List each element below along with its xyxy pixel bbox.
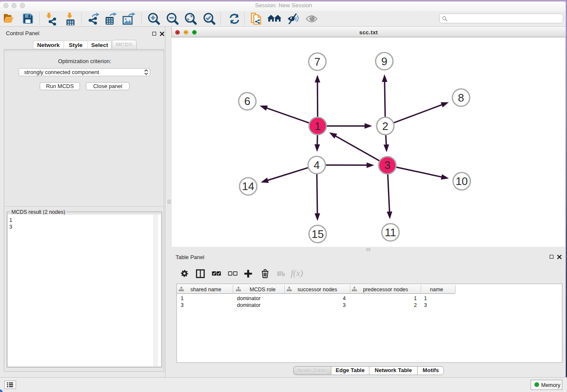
svg-text:1: 1 xyxy=(315,120,321,133)
svg-text:10: 10 xyxy=(456,175,468,188)
svg-text:11: 11 xyxy=(385,226,396,239)
svg-text:8: 8 xyxy=(458,91,464,104)
svg-text:6: 6 xyxy=(244,95,250,108)
svg-text:4: 4 xyxy=(314,159,319,171)
svg-text:15: 15 xyxy=(311,228,324,240)
svg-text:7: 7 xyxy=(314,55,320,68)
svg-text:9: 9 xyxy=(381,55,387,68)
svg-text:3: 3 xyxy=(384,159,390,171)
svg-text:2: 2 xyxy=(382,120,388,133)
svg-text:14: 14 xyxy=(242,180,254,193)
